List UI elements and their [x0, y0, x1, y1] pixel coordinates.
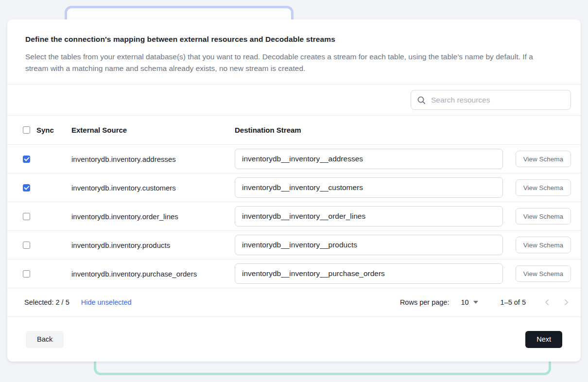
- external-source-cell: inventorydb.inventory.addresses: [71, 155, 235, 163]
- destination-stream-input[interactable]: [235, 177, 503, 198]
- connection-mapping-dialog: Define the connection's mapping between …: [7, 19, 581, 362]
- selected-count-label: Selected: 2 / 5: [24, 298, 69, 306]
- search-icon: [417, 96, 426, 104]
- search-toolbar: [7, 85, 581, 116]
- dialog-actions: Back Next: [7, 317, 581, 362]
- chevron-right-icon: [562, 298, 570, 306]
- row-sync-checkbox[interactable]: [23, 213, 30, 220]
- external-source-cell: inventorydb.inventory.products: [71, 241, 235, 249]
- back-button[interactable]: Back: [26, 331, 64, 348]
- page-range-label: 1–5 of 5: [501, 298, 526, 306]
- destination-stream-input[interactable]: [235, 206, 503, 226]
- destination-stream-input[interactable]: [235, 149, 503, 169]
- destination-stream-input[interactable]: [235, 235, 503, 255]
- view-schema-button[interactable]: View Schema: [516, 265, 571, 282]
- search-input[interactable]: [431, 96, 565, 104]
- search-box[interactable]: [411, 90, 571, 110]
- column-header-destination-stream: Destination Stream: [235, 126, 571, 134]
- column-header-external-source: External Source: [71, 126, 235, 134]
- view-schema-button[interactable]: View Schema: [516, 208, 571, 225]
- row-sync-checkbox[interactable]: [23, 156, 30, 163]
- external-source-cell: inventorydb.inventory.customers: [71, 184, 235, 192]
- column-header-sync: Sync: [36, 126, 54, 134]
- destination-stream-input[interactable]: [235, 263, 503, 284]
- view-schema-button[interactable]: View Schema: [516, 237, 571, 253]
- table-row: inventorydb.inventory.order_lines View S…: [7, 202, 581, 231]
- dialog-title: Define the connection's mapping between …: [25, 35, 542, 44]
- select-all-checkbox[interactable]: [23, 126, 30, 134]
- hide-unselected-link[interactable]: Hide unselected: [81, 298, 132, 306]
- table-row: inventorydb.inventory.addresses View Sch…: [7, 145, 581, 174]
- chevron-left-icon: [543, 298, 551, 306]
- table-footer: Selected: 2 / 5 Hide unselected Rows per…: [7, 288, 581, 317]
- table-row: inventorydb.inventory.products View Sche…: [7, 231, 581, 260]
- chevron-down-icon: [473, 301, 478, 304]
- row-sync-checkbox[interactable]: [23, 184, 30, 191]
- next-page-button[interactable]: [559, 295, 573, 309]
- table-body: inventorydb.inventory.addresses View Sch…: [7, 145, 581, 288]
- row-sync-checkbox[interactable]: [23, 270, 30, 278]
- table-header-row: Sync External Source Destination Stream: [7, 116, 581, 145]
- rows-per-page-select[interactable]: 10: [461, 298, 478, 306]
- table-row: inventorydb.inventory.purchase_orders Vi…: [7, 260, 581, 288]
- previous-page-button[interactable]: [540, 295, 554, 309]
- external-source-cell: inventorydb.inventory.order_lines: [71, 212, 235, 221]
- external-source-cell: inventorydb.inventory.purchase_orders: [71, 270, 235, 278]
- view-schema-button[interactable]: View Schema: [516, 151, 571, 167]
- row-sync-checkbox[interactable]: [23, 242, 30, 249]
- view-schema-button[interactable]: View Schema: [516, 179, 571, 196]
- next-button[interactable]: Next: [525, 331, 562, 348]
- table-row: inventorydb.inventory.customers View Sch…: [7, 174, 581, 202]
- dialog-description: Select the tables from your external dat…: [25, 51, 542, 74]
- rows-per-page-value: 10: [461, 298, 468, 306]
- rows-per-page-label: Rows per page:: [400, 298, 450, 306]
- dialog-header: Define the connection's mapping between …: [7, 19, 581, 85]
